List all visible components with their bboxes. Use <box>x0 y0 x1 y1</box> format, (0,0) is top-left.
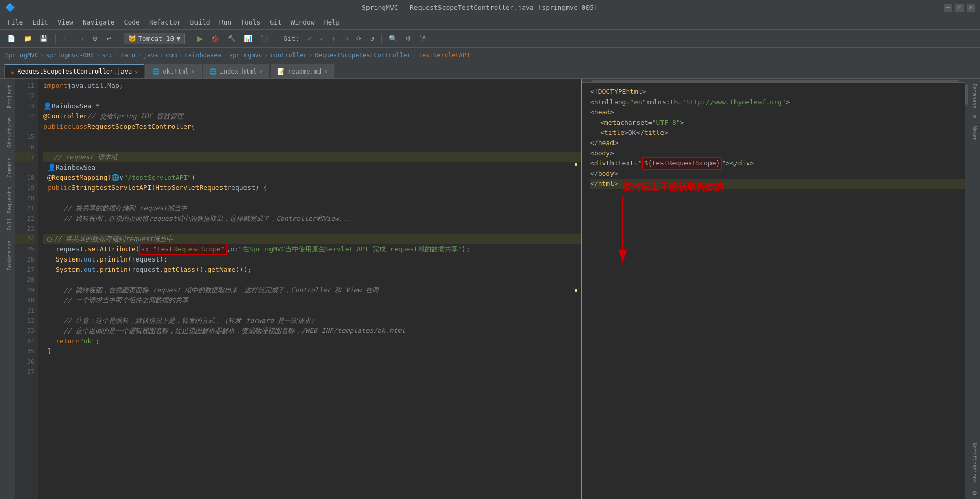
tomcat-label: Tomcat 10 <box>138 35 174 42</box>
menu-build[interactable]: Build <box>186 17 214 28</box>
settings-icon[interactable]: ⚙ <box>970 487 978 499</box>
stop-button[interactable]: ⬛ <box>257 33 272 44</box>
preview-line-4: <meta charset="UTF-8"> <box>590 117 969 128</box>
menu-view[interactable]: View <box>54 17 78 28</box>
title-bar: 🔷 SpringMVC - RequestScopeTestController… <box>0 0 980 15</box>
menu-git[interactable]: Git <box>265 17 285 28</box>
tabs-bar: ☕ RequestScopeTestController.java ✕ 🌐 ok… <box>0 62 980 79</box>
java-icon: ☕ <box>11 68 14 75</box>
preview-scrollbar-right[interactable] <box>965 79 969 499</box>
maven-panel[interactable]: Maven <box>970 123 979 144</box>
git-label: Git: <box>280 33 302 44</box>
build-button[interactable]: 🔨 <box>225 33 239 44</box>
code-line-19: public String testServletAPI(HttpServlet… <box>43 183 581 193</box>
preview-line-6: </head> <box>590 138 969 148</box>
tab-close-controller[interactable]: ✕ <box>135 69 138 75</box>
preview-line-8: <div th:text="${testRequestScope}"></div… <box>590 158 969 169</box>
git-arrow[interactable]: → <box>341 33 351 44</box>
md-icon: 📝 <box>277 68 285 75</box>
tab-close-index[interactable]: ✕ <box>260 68 263 74</box>
save-button[interactable]: 💾 <box>37 33 51 44</box>
back-button[interactable]: ← <box>60 33 72 44</box>
toolbar-separator-2 <box>119 34 119 44</box>
code-line-29: // 跳转视图，在视图页面将 request 域中的数据取出来，这样就完成了，C… <box>43 285 581 295</box>
pull-requests-tab[interactable]: Pull Requests <box>0 183 15 235</box>
git-check1[interactable]: ✓ <box>305 33 315 44</box>
structure-tab[interactable]: Structure <box>0 113 15 152</box>
recent-button[interactable]: ⊕ <box>89 33 101 44</box>
git-check2[interactable]: ✓ <box>316 33 327 44</box>
scroll-marker-1 <box>575 163 577 166</box>
forward-button[interactable]: → <box>75 33 87 44</box>
menu-window[interactable]: Window <box>287 17 319 28</box>
scroll-marker-2 <box>575 289 577 292</box>
code-line-25: request.setAttribute( s: "testRequestSco… <box>43 244 581 254</box>
tomcat-dropdown[interactable]: 🐱 Tomcat 10 ▼ <box>124 33 185 44</box>
preview-scrollbar-top <box>582 79 969 83</box>
tab-close-ok[interactable]: ✕ <box>192 68 195 74</box>
code-line-12 <box>43 91 581 101</box>
preview-code-content[interactable]: <!DOCTYPE html> <html lang="en" xmlns:th… <box>582 83 969 499</box>
run-button[interactable]: ▶ <box>193 32 206 45</box>
tab-close-readme[interactable]: ✕ <box>324 68 327 74</box>
git-refresh[interactable]: ↺ <box>367 33 377 44</box>
breadcrumb-main[interactable]: main <box>120 52 135 59</box>
code-line-27: System.out.println(request.getClass().ge… <box>43 265 581 275</box>
breadcrumb-springmvc2[interactable]: springmvc <box>229 52 262 59</box>
main-layout: Project Structure Commit Pull Requests B… <box>0 79 980 499</box>
code-line-28 <box>43 275 581 285</box>
git-history[interactable]: ⟳ <box>353 33 365 44</box>
breadcrumb-controller[interactable]: controller <box>270 52 307 59</box>
project-tab[interactable]: Project <box>0 81 15 112</box>
debug-button[interactable]: 🐞 <box>208 33 223 44</box>
commit-tab[interactable]: Commit <box>0 153 15 182</box>
preview-scroll-thumb-v[interactable] <box>965 84 968 105</box>
breadcrumb-springmvc[interactable]: SpringMVC <box>5 52 38 59</box>
code-content-left[interactable]: import java.util.Map; 👤 RainbowSea * @Co… <box>38 79 581 499</box>
menu-code[interactable]: Code <box>120 17 144 28</box>
profile-button[interactable]: 📊 <box>241 33 255 44</box>
new-file-button[interactable]: 📄 <box>4 33 18 44</box>
menu-run[interactable]: Run <box>215 17 235 28</box>
code-line-23 <box>43 224 581 234</box>
code-line-22: // 跳转视图，在视图页面将request域中的数据取出，这样就完成了，Cont… <box>43 213 581 224</box>
notifications-panel[interactable]: Notifications <box>970 440 979 486</box>
html-icon-2: 🌐 <box>209 68 217 75</box>
code-line-24: ◯// 将共享的数据存储到request域当中 <box>43 234 581 244</box>
tab-readme-md[interactable]: 📝 readme.md ✕ <box>271 64 334 78</box>
menu-edit[interactable]: Edit <box>28 17 52 28</box>
code-line-11: import java.util.Map; <box>43 81 581 91</box>
menu-help[interactable]: Help <box>320 17 344 28</box>
breadcrumb-src[interactable]: src <box>102 52 113 59</box>
search-button[interactable]: 🔍 <box>386 33 400 44</box>
menu-navigate[interactable]: Navigate <box>79 17 119 28</box>
menu-tools[interactable]: Tools <box>236 17 264 28</box>
breadcrumb-rainbowsea[interactable]: rainbowsea <box>185 52 222 59</box>
menu-file[interactable]: File <box>3 17 27 28</box>
preview-line-3: <head> <box>590 107 969 117</box>
breadcrumb-com[interactable]: com <box>166 52 177 59</box>
database-panel[interactable]: Database <box>970 81 979 111</box>
tab-ok-html[interactable]: 🌐 ok.html ✕ <box>145 64 202 78</box>
code-line-16 <box>43 142 581 152</box>
toolbar-separator-4 <box>276 34 276 44</box>
tab-controller-java[interactable]: ☕ RequestScopeTestController.java ✕ <box>4 64 144 78</box>
maximize-button[interactable]: □ <box>955 4 964 12</box>
m-panel[interactable]: m <box>970 112 979 122</box>
menu-refactor[interactable]: Refactor <box>145 17 185 28</box>
close-button[interactable]: ✕ <box>967 4 975 12</box>
translate-button[interactable]: 译 <box>416 33 429 45</box>
breadcrumb-class[interactable]: RequestScopeTestController <box>315 52 411 59</box>
tab-index-html[interactable]: 🌐 index.html ✕ <box>203 64 270 78</box>
minimize-button[interactable]: ─ <box>944 4 952 12</box>
breadcrumb-project[interactable]: springmvc-005 <box>46 52 94 59</box>
title-bar-left: 🔷 <box>5 3 15 12</box>
preview-scroll-thumb[interactable] <box>592 80 959 82</box>
open-button[interactable]: 📁 <box>20 33 35 44</box>
git-push[interactable]: ↑ <box>329 33 339 44</box>
settings-button[interactable]: ⚙ <box>402 33 414 44</box>
breadcrumb-method[interactable]: testServletAPI <box>419 52 470 59</box>
bookmarks-tab[interactable]: Bookmarks <box>0 236 15 275</box>
undo-button[interactable]: ↩ <box>103 33 115 44</box>
breadcrumb-java[interactable]: java <box>143 52 158 59</box>
